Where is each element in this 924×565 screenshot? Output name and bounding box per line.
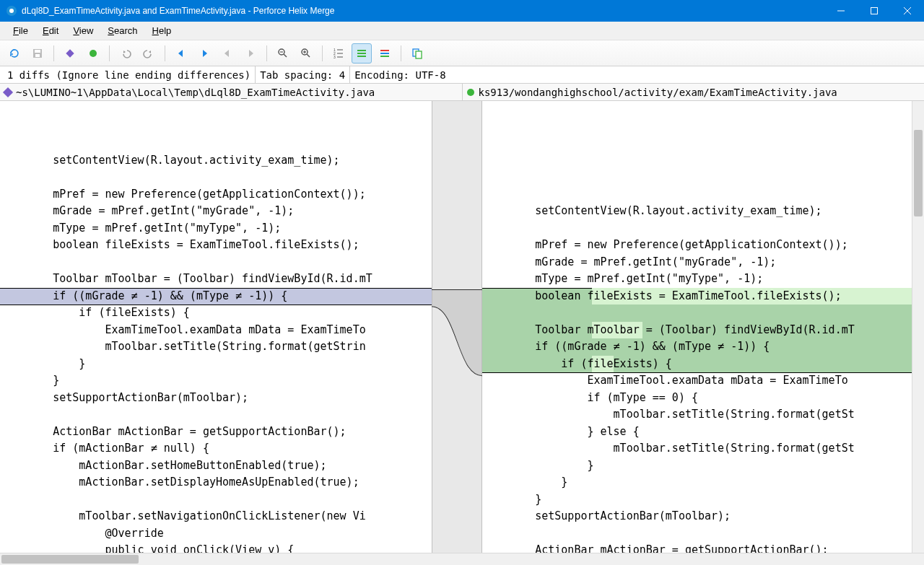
code-line[interactable] <box>489 220 912 237</box>
svg-rect-3 <box>871 8 878 14</box>
refresh-icon[interactable] <box>4 43 25 63</box>
code-line[interactable]: Toolbar mToolbar = (Toolbar) findViewByI… <box>489 322 912 339</box>
horizontal-scrollbar[interactable] <box>0 553 924 565</box>
svg-point-1 <box>9 9 14 13</box>
left-file-header[interactable]: ~s\LUMINO~1\AppData\Local\Temp\dLql8D_Ex… <box>0 84 463 100</box>
linenumbers-icon[interactable]: 123 <box>328 43 349 63</box>
svg-point-10 <box>90 50 97 57</box>
code-line[interactable]: mType = mPref.getInt("myType", -1); <box>489 271 912 288</box>
code-line[interactable]: boolean fileExists = ExamTimeTool.fileEx… <box>489 288 912 305</box>
code-line[interactable]: } <box>7 356 432 373</box>
minimize-button[interactable] <box>824 0 858 22</box>
code-line[interactable]: mPref = new Preference(getApplicationCon… <box>489 237 912 254</box>
code-line[interactable]: mGrade = mPref.getInt("myGrade", -1); <box>489 254 912 271</box>
prev-grey-icon[interactable] <box>217 43 237 63</box>
code-line[interactable]: Toolbar mToolbar = (Toolbar) findViewByI… <box>7 271 432 288</box>
code-line[interactable]: mToolbar.setTitle(String.format(getSt <box>489 406 912 424</box>
right-file-header[interactable]: ks913/wondanghighschool/activity/exam/Ex… <box>463 84 925 100</box>
redo-icon[interactable] <box>139 43 159 63</box>
svg-rect-31 <box>416 51 422 58</box>
code-line[interactable]: mToolbar.setTitle(String.format(getStrin <box>7 338 432 356</box>
menu-help[interactable]: Help <box>145 25 179 36</box>
maximize-button[interactable] <box>858 0 891 22</box>
code-line[interactable]: if ((mGrade ≠ -1) && (mType ≠ -1)) { <box>489 338 912 356</box>
window-controls <box>824 0 924 22</box>
code-line[interactable] <box>7 254 432 271</box>
close-button[interactable] <box>891 0 924 22</box>
code-line[interactable]: if ((mGrade ≠ -1) && (mType ≠ -1)) { <box>7 288 432 305</box>
code-line[interactable]: if (mType == 0) { <box>489 390 912 407</box>
menubar: File Edit View Search Help <box>0 22 924 40</box>
vertical-scrollbar[interactable] <box>912 101 924 553</box>
code-line[interactable]: boolean fileExists = ExamTimeTool.fileEx… <box>7 237 432 254</box>
code-line[interactable]: ExamTimeTool.examData mData = ExamTimeTo <box>7 322 432 339</box>
code-line[interactable] <box>489 525 912 543</box>
code-line[interactable] <box>7 169 432 186</box>
code-line[interactable]: setContentView(R.layout.activity_exam_ti… <box>7 152 432 170</box>
status-tab: Tab spacing: 4 <box>256 66 350 83</box>
center-gutter <box>432 101 482 553</box>
next-diff-icon[interactable] <box>194 43 214 63</box>
zoom-in-icon[interactable] <box>296 43 316 63</box>
dot-icon <box>467 89 474 96</box>
code-line[interactable]: } <box>489 474 912 491</box>
copy-icon[interactable] <box>407 43 427 63</box>
code-line[interactable]: } <box>7 372 432 390</box>
undo-icon[interactable] <box>116 43 136 63</box>
color-diff-icon[interactable] <box>375 43 395 63</box>
status-encoding: Encoding: UTF-8 <box>350 66 450 83</box>
status-diffs: 1 diffs (Ignore line ending differences) <box>3 66 256 83</box>
dot-icon[interactable] <box>83 43 103 63</box>
code-line[interactable]: @Override <box>7 525 432 543</box>
code-line[interactable]: mToolbar.setNavigationOnClickListener(ne… <box>7 508 432 525</box>
menu-view[interactable]: View <box>66 25 100 36</box>
left-pane[interactable]: setContentView(R.layout.activity_exam_ti… <box>0 101 432 553</box>
svg-text:3: 3 <box>334 55 336 59</box>
svg-line-15 <box>307 54 310 57</box>
diamond-icon[interactable] <box>60 43 80 63</box>
left-file-path: ~s\LUMINO~1\AppData\Local\Temp\dLql8D_Ex… <box>16 87 375 98</box>
svg-line-12 <box>284 54 287 57</box>
menu-file[interactable]: File <box>6 25 35 36</box>
code-line[interactable]: setContentView(R.layout.activity_exam_ti… <box>489 203 912 220</box>
code-line[interactable]: mActionBar.setDisplayHomeAsUpEnabled(tru… <box>7 474 432 491</box>
code-line[interactable]: setSupportActionBar(mToolbar); <box>7 390 432 407</box>
svg-rect-9 <box>66 49 74 57</box>
status-row: 1 diffs (Ignore line ending differences)… <box>0 66 924 84</box>
code-line[interactable]: mPref = new Preference(getApplicationCon… <box>7 186 432 203</box>
code-line[interactable]: if (mActionBar ≠ null) { <box>7 440 432 457</box>
next-grey-icon[interactable] <box>240 43 261 63</box>
menu-edit[interactable]: Edit <box>35 25 66 36</box>
file-header-row: ~s\LUMINO~1\AppData\Local\Temp\dLql8D_Ex… <box>0 84 924 101</box>
save-icon[interactable] <box>27 43 48 63</box>
code-line[interactable]: if (fileExists) { <box>489 356 912 373</box>
code-line[interactable] <box>7 406 432 424</box>
titlebar: dLql8D_ExamTimeActivity.java and ExamTim… <box>0 0 924 22</box>
code-line[interactable]: mType = mPref.getInt("myType", -1); <box>7 220 432 237</box>
code-line[interactable]: setSupportActionBar(mToolbar); <box>489 508 912 525</box>
code-line[interactable]: } <box>489 457 912 475</box>
code-line[interactable]: ActionBar mActionBar = getSupportActionB… <box>7 424 432 441</box>
window-title: dLql8D_ExamTimeActivity.java and ExamTim… <box>22 6 824 16</box>
code-line[interactable]: mActionBar.setHomeButtonEnabled(true); <box>7 457 432 475</box>
menu-search[interactable]: Search <box>100 25 144 36</box>
zoom-out-icon[interactable] <box>273 43 293 63</box>
code-line[interactable]: mToolbar.setTitle(String.format(getSt <box>489 440 912 457</box>
code-line[interactable]: mGrade = mPref.getInt("myGrade", -1); <box>7 203 432 220</box>
toolbar: 123 <box>0 40 924 66</box>
diamond-icon <box>3 87 13 97</box>
code-line[interactable]: } else { <box>489 424 912 441</box>
diff-view: setContentView(R.layout.activity_exam_ti… <box>0 101 924 553</box>
app-icon <box>6 5 17 17</box>
inline-diff-icon[interactable] <box>352 43 372 63</box>
prev-diff-icon[interactable] <box>171 43 191 63</box>
code-line[interactable] <box>7 491 432 509</box>
code-line[interactable]: ActionBar mActionBar = getSupportActionB… <box>489 542 912 553</box>
code-line[interactable]: ExamTimeTool.examData mData = ExamTimeTo <box>489 372 912 390</box>
right-file-path: ks913/wondanghighschool/activity/exam/Ex… <box>479 87 837 98</box>
code-line[interactable]: } <box>489 491 912 509</box>
code-line[interactable]: if (fileExists) { <box>7 305 432 322</box>
right-pane[interactable]: setContentView(R.layout.activity_exam_ti… <box>482 101 912 553</box>
code-line[interactable]: public void onClick(View v) { <box>7 542 432 553</box>
code-line[interactable] <box>489 305 912 322</box>
